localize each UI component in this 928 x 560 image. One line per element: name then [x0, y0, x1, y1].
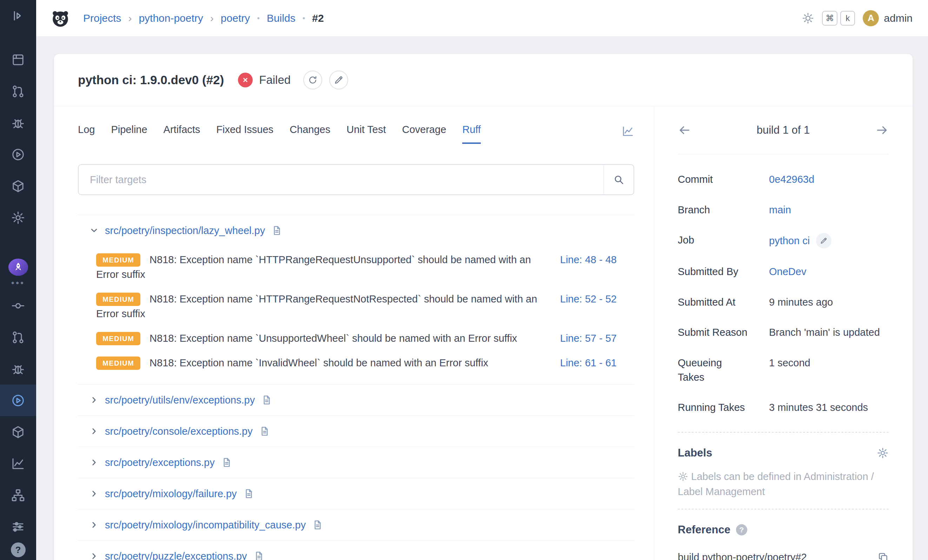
- breadcrumb-projects[interactable]: Projects: [83, 12, 121, 24]
- commit-link[interactable]: 0e42963d: [769, 172, 814, 187]
- issue-line-link[interactable]: Line: 48 - 48: [560, 252, 617, 267]
- sidebar-item-settings[interactable]: [0, 202, 36, 233]
- statistics-button[interactable]: [621, 125, 634, 144]
- sidebar-item-stats[interactable]: [0, 448, 36, 479]
- labels-section: Labels Labels can be defined in Administ…: [678, 442, 889, 500]
- command-palette-shortcut[interactable]: ⌘ k: [822, 11, 855, 26]
- onedev-logo[interactable]: [50, 8, 70, 28]
- view-source-icon[interactable]: [221, 457, 232, 468]
- file-row[interactable]: src/poetry/exceptions.py: [78, 447, 634, 478]
- view-source-icon[interactable]: [259, 426, 270, 437]
- tab-artifacts[interactable]: Artifacts: [163, 124, 200, 144]
- edit-job-button[interactable]: [816, 233, 832, 249]
- severity-badge: MEDIUM: [96, 253, 140, 267]
- view-source-icon[interactable]: [312, 519, 323, 531]
- user-menu[interactable]: A admin: [863, 10, 913, 26]
- tab-ruff[interactable]: Ruff: [462, 124, 481, 144]
- issue-line-link[interactable]: Line: 52 - 52: [560, 291, 617, 306]
- sidebar-item-pull-requests[interactable]: [0, 75, 36, 107]
- tab-changes[interactable]: Changes: [290, 124, 330, 144]
- file-row[interactable]: src/poetry/inspection/lazy_wheel.py: [78, 215, 634, 246]
- issue-text: MEDIUMN818: Exception name `InvalidWheel…: [96, 356, 550, 370]
- sidebar-toggle-button[interactable]: [0, 0, 36, 32]
- pull-request-icon: [11, 330, 25, 345]
- breadcrumb-separator-dot: •: [257, 14, 260, 23]
- file-row[interactable]: src/poetry/puzzle/exceptions.py: [78, 541, 634, 560]
- sidebar-item-commits[interactable]: [0, 290, 36, 321]
- sidebar-item-project-builds-active[interactable]: [0, 385, 36, 416]
- topbar-right: ⌘ k A admin: [802, 10, 913, 26]
- chevron-right-icon: [89, 426, 99, 436]
- sidebar-item-project-packages[interactable]: [0, 416, 36, 448]
- file-path-link[interactable]: src/poetry/console/exceptions.py: [105, 426, 253, 437]
- tab-fixed-issues[interactable]: Fixed Issues: [216, 124, 273, 144]
- sidebar-item-builds[interactable]: [0, 139, 36, 170]
- issue-line-link[interactable]: Line: 57 - 57: [560, 331, 617, 346]
- theme-toggle-button[interactable]: [802, 12, 814, 24]
- search-button[interactable]: [603, 165, 633, 194]
- avatar: A: [863, 10, 879, 26]
- sidebar-item-project-issues[interactable]: [0, 353, 36, 385]
- file-path-link[interactable]: src/poetry/mixology/failure.py: [105, 488, 237, 500]
- file-row[interactable]: src/poetry/utils/env/exceptions.py: [78, 385, 634, 415]
- file-row[interactable]: src/poetry/console/exceptions.py: [78, 416, 634, 447]
- search-icon: [613, 174, 624, 185]
- view-source-icon[interactable]: [261, 394, 272, 406]
- branch-link[interactable]: main: [769, 203, 791, 217]
- view-source-icon[interactable]: [253, 551, 265, 560]
- submitter-link[interactable]: OneDev: [769, 265, 806, 279]
- reference-help-icon[interactable]: ?: [736, 524, 747, 536]
- breadcrumb-poetry[interactable]: poetry: [221, 12, 250, 24]
- labels-settings-button[interactable]: [877, 447, 889, 459]
- file-path-link[interactable]: src/poetry/mixology/incompatibility_caus…: [105, 519, 306, 531]
- project-avatar[interactable]: [8, 259, 28, 276]
- breadcrumb-python-poetry[interactable]: python-poetry: [139, 12, 203, 24]
- sidebar-item-project-pull-requests[interactable]: [0, 321, 36, 353]
- chevron-right-icon: [89, 551, 99, 560]
- file-row[interactable]: src/poetry/mixology/incompatibility_caus…: [78, 510, 634, 540]
- file-path-link[interactable]: src/poetry/utils/env/exceptions.py: [105, 394, 255, 406]
- sidebar-item-issues[interactable]: [0, 107, 36, 139]
- breadcrumb-builds[interactable]: Builds: [267, 12, 296, 24]
- sidebar-item-hierarchy[interactable]: [0, 479, 36, 511]
- issue-text: MEDIUMN818: Exception name `HTTPRangeReq…: [96, 291, 550, 321]
- gear-icon: [877, 447, 889, 459]
- labels-hint: Labels can be defined in Administration …: [678, 469, 889, 500]
- rerun-build-button[interactable]: [303, 70, 322, 90]
- next-build-button[interactable]: [875, 124, 889, 137]
- tab-log[interactable]: Log: [78, 124, 95, 144]
- field-label: Submitted By: [678, 265, 769, 279]
- file-path-link[interactable]: src/poetry/puzzle/exceptions.py: [105, 551, 247, 560]
- file-row[interactable]: src/poetry/mixology/failure.py: [78, 478, 634, 509]
- more-options-button[interactable]: •••: [11, 279, 25, 286]
- field-commit: Commit 0e42963d: [678, 164, 889, 195]
- help-button[interactable]: ?: [11, 542, 26, 557]
- file-path-link[interactable]: src/poetry/exceptions.py: [105, 457, 215, 468]
- sidebar-item-preferences[interactable]: [0, 511, 36, 542]
- issue-message: N818: Exception name `HTTPRangeRequestUn…: [96, 254, 531, 280]
- dashed-divider: [678, 432, 889, 433]
- commit-icon: [11, 299, 25, 313]
- sidebar-item-packages[interactable]: [0, 170, 36, 202]
- view-source-icon[interactable]: [271, 225, 282, 236]
- filter-targets-input[interactable]: [79, 165, 603, 194]
- issue-line-link[interactable]: Line: 61 - 61: [560, 356, 617, 370]
- breadcrumb-separator: ›: [128, 12, 131, 24]
- field-label: Submit Reason: [678, 325, 769, 340]
- user-name: admin: [884, 12, 913, 24]
- edit-build-button[interactable]: [329, 70, 348, 90]
- sidebar-item-files[interactable]: [0, 44, 36, 75]
- copy-reference-button[interactable]: [878, 552, 889, 560]
- file-path-link[interactable]: src/poetry/inspection/lazy_wheel.py: [105, 225, 265, 237]
- prev-build-button[interactable]: [678, 124, 691, 137]
- report-pane: Log Pipeline Artifacts Fixed Issues Chan…: [54, 106, 654, 560]
- tab-coverage[interactable]: Coverage: [402, 124, 446, 144]
- tab-pipeline[interactable]: Pipeline: [111, 124, 147, 144]
- file-block: src/poetry/console/exceptions.py: [78, 416, 634, 447]
- field-label: Commit: [678, 172, 769, 187]
- view-source-icon[interactable]: [243, 488, 255, 499]
- k-keycap: k: [840, 11, 855, 26]
- job-link[interactable]: python ci: [769, 234, 810, 248]
- tab-unit-test[interactable]: Unit Test: [346, 124, 386, 144]
- rerun-icon: [308, 75, 317, 85]
